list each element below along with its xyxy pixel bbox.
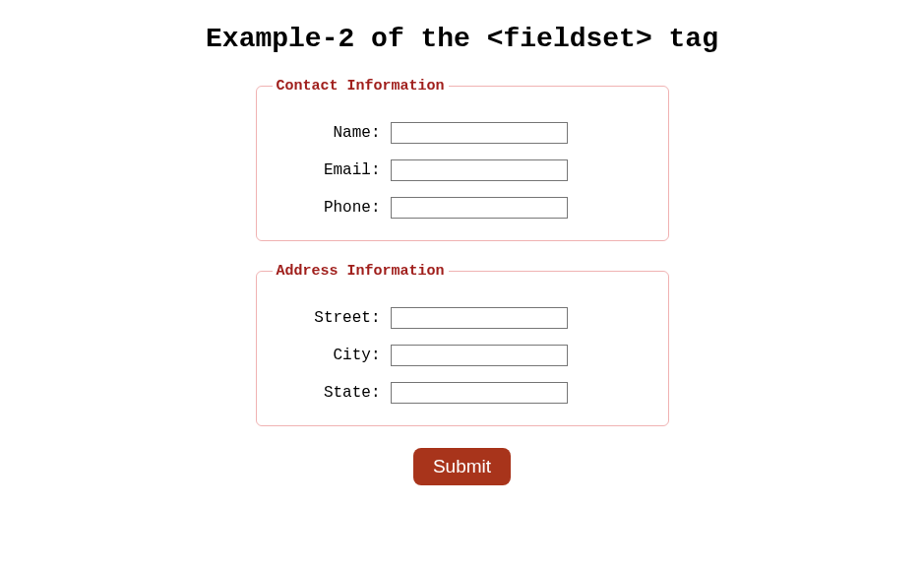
street-label: Street: bbox=[273, 309, 391, 327]
state-label: State: bbox=[273, 384, 391, 402]
submit-button[interactable]: Submit bbox=[413, 448, 511, 485]
form-row: Street: bbox=[273, 307, 652, 329]
name-label: Name: bbox=[273, 124, 391, 142]
phone-field[interactable] bbox=[391, 197, 568, 219]
city-label: City: bbox=[273, 347, 391, 364]
address-information-legend: Address Information bbox=[273, 263, 449, 280]
email-label: Email: bbox=[273, 161, 391, 179]
form-row: Email: bbox=[273, 159, 652, 181]
contact-information-fieldset: Contact Information Name: Email: Phone: bbox=[256, 78, 669, 241]
form-row: City: bbox=[273, 345, 652, 366]
name-field[interactable] bbox=[391, 122, 568, 144]
form-row: Name: bbox=[273, 122, 652, 144]
street-field[interactable] bbox=[391, 307, 568, 329]
phone-label: Phone: bbox=[273, 199, 391, 217]
email-field[interactable] bbox=[391, 159, 568, 181]
contact-information-legend: Contact Information bbox=[273, 78, 449, 95]
address-information-fieldset: Address Information Street: City: State: bbox=[256, 263, 669, 426]
form-row: State: bbox=[273, 382, 652, 404]
page-heading: Example-2 of the <fieldset> tag bbox=[16, 24, 908, 54]
state-field[interactable] bbox=[391, 382, 568, 404]
city-field[interactable] bbox=[391, 345, 568, 366]
form-row: Phone: bbox=[273, 197, 652, 219]
